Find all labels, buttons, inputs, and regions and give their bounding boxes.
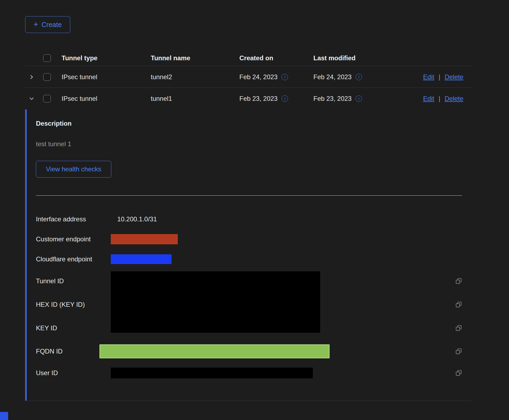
redacted-customer-endpoint	[111, 234, 178, 244]
row-checkbox[interactable]	[43, 95, 51, 102]
chevron-down-icon[interactable]	[29, 96, 34, 101]
action-separator: |	[438, 95, 440, 102]
field-fqdn-id: FQDN ID	[36, 340, 471, 363]
interface-address-value: 10.200.1.0/31	[111, 215, 157, 223]
description-value: test tunnel 1	[36, 140, 471, 148]
tunnel-name-cell: tunnel2	[145, 73, 234, 81]
info-icon[interactable]: i	[356, 95, 362, 102]
select-all-checkbox[interactable]	[43, 54, 51, 62]
field-user-id: User ID	[36, 363, 471, 383]
field-label-key-id: KEY ID	[36, 316, 111, 340]
copy-icon[interactable]	[455, 301, 462, 308]
field-label: User ID	[36, 369, 111, 377]
info-glyph: i	[358, 75, 359, 79]
field-interface-address: Interface address 10.200.1.0/31	[36, 209, 471, 229]
tunnel-type-cell: IPsec tunnel	[56, 73, 145, 81]
icon-slot	[455, 316, 471, 340]
info-icon[interactable]: i	[282, 74, 288, 80]
id-icons-column	[455, 269, 471, 340]
icon-slot	[455, 293, 471, 316]
redacted-cloudflare-endpoint	[111, 254, 172, 264]
info-glyph: i	[284, 96, 285, 101]
tunnel-name-cell: tunnel1	[145, 95, 234, 102]
modified-date: Feb 24, 2023	[313, 73, 351, 81]
row-select-cell	[38, 95, 56, 102]
redacted-fqdn-id	[99, 344, 330, 358]
tunnel-detail-fields: Interface address 10.200.1.0/31 Customer…	[36, 209, 471, 383]
view-health-checks-button[interactable]: View health checks	[36, 161, 111, 178]
icon-slot	[455, 348, 471, 355]
delete-link[interactable]: Delete	[445, 73, 463, 81]
table-header-row: Tunnel type Tunnel name Created on Last …	[25, 50, 471, 66]
copy-icon[interactable]	[455, 369, 462, 376]
edit-link[interactable]: Edit	[423, 95, 434, 102]
field-label: Customer endpoint	[36, 235, 111, 243]
icon-slot	[455, 369, 471, 376]
table-row-tunnel2: IPsec tunnel tunnel2 Feb 24, 2023 i Feb …	[25, 66, 471, 88]
field-cloudflare-endpoint: Cloudflare endpoint	[36, 249, 471, 269]
redacted-user-id	[111, 368, 313, 378]
created-on-cell: Feb 23, 2023 i	[234, 95, 308, 102]
field-group-tunnel-ids: Tunnel ID HEX ID (KEY ID) KEY ID	[36, 269, 471, 340]
info-glyph: i	[358, 96, 359, 101]
corner-blue-marker	[0, 412, 8, 420]
section-divider	[36, 195, 462, 196]
field-value-cell	[111, 254, 455, 264]
copy-icon[interactable]	[455, 348, 462, 355]
info-glyph: i	[284, 75, 285, 79]
id-labels-column: Tunnel ID HEX ID (KEY ID) KEY ID	[36, 269, 111, 340]
row-checkbox[interactable]	[43, 73, 51, 81]
expander-cell	[25, 96, 38, 101]
delete-link[interactable]: Delete	[445, 95, 463, 102]
edit-link[interactable]: Edit	[423, 73, 434, 81]
action-separator: |	[438, 73, 440, 81]
redacted-ids-block	[111, 271, 320, 333]
field-label: Cloudflare endpoint	[36, 255, 111, 263]
field-value-cell: 10.200.1.0/31	[111, 215, 455, 223]
modified-date: Feb 23, 2023	[313, 95, 351, 102]
column-header-tunnel-type: Tunnel type	[56, 54, 145, 62]
field-value-cell	[111, 234, 455, 244]
row-select-cell	[38, 73, 56, 81]
column-header-last-modified: Last modified	[308, 54, 394, 62]
ipsec-tunnels-page: + Create Tunnel type Tunnel name Created…	[0, 0, 509, 420]
page-content: + Create Tunnel type Tunnel name Created…	[25, 16, 471, 401]
table-row-tunnel1: IPsec tunnel tunnel1 Feb 23, 2023 i Feb …	[25, 88, 471, 109]
last-modified-cell: Feb 24, 2023 i	[308, 73, 394, 81]
field-label-tunnel-id: Tunnel ID	[36, 269, 111, 293]
create-button-label: Create	[42, 21, 62, 29]
copy-icon[interactable]	[455, 325, 462, 332]
plus-icon: +	[34, 20, 38, 28]
icon-slot	[455, 269, 471, 293]
field-value-cell	[111, 269, 455, 333]
created-on-cell: Feb 24, 2023 i	[234, 73, 308, 81]
info-icon[interactable]: i	[356, 74, 362, 80]
field-value-cell	[111, 368, 455, 378]
tunnel1-detail-panel: Description test tunnel 1 View health ch…	[25, 109, 471, 401]
column-header-tunnel-name: Tunnel name	[145, 54, 234, 62]
field-customer-endpoint: Customer endpoint	[36, 229, 471, 249]
create-button[interactable]: + Create	[25, 16, 70, 33]
field-label-hex-id: HEX ID (KEY ID)	[36, 293, 111, 316]
column-header-created-on: Created on	[234, 54, 308, 62]
field-label: Interface address	[36, 215, 111, 223]
row-actions: Edit | Delete	[394, 95, 471, 102]
created-date: Feb 24, 2023	[239, 73, 277, 81]
select-all-cell	[38, 54, 56, 62]
tunnels-table: Tunnel type Tunnel name Created on Last …	[25, 50, 471, 401]
last-modified-cell: Feb 23, 2023 i	[308, 95, 394, 102]
tunnel-type-cell: IPsec tunnel	[56, 95, 145, 102]
info-icon[interactable]: i	[282, 95, 288, 102]
created-date: Feb 23, 2023	[239, 95, 277, 102]
chevron-right-icon[interactable]	[29, 75, 34, 79]
copy-icon[interactable]	[455, 278, 462, 285]
description-label: Description	[36, 120, 471, 127]
expander-cell	[25, 75, 38, 79]
row-actions: Edit | Delete	[394, 73, 471, 81]
field-value-cell	[111, 344, 455, 358]
